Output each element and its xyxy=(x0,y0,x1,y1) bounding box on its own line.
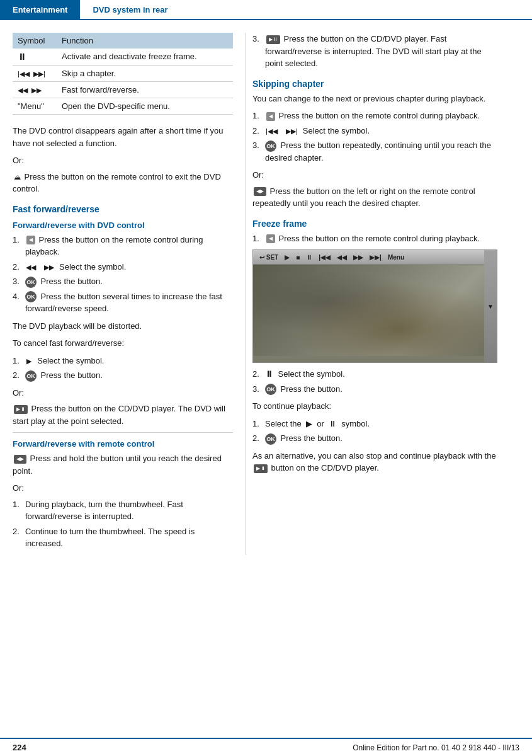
function-cell: Open the DVD‑specific menu. xyxy=(57,98,233,115)
toolbar-menu: Menu xyxy=(387,254,405,261)
skip-steps: 1. ◀ Press the button on the remote cont… xyxy=(252,110,497,164)
page-footer: 224 Online Edition for Part no. 01 40 2 … xyxy=(0,738,532,756)
forward-dvd-steps: 1. ◀ Press the button on the remote cont… xyxy=(13,234,233,315)
or-skip-text: Or: xyxy=(252,169,497,181)
list-item: 1. ◀ Press the button on the remote cont… xyxy=(252,232,497,245)
toolbar-skipfwd: ▶▶| xyxy=(368,254,383,261)
alternative-text: As an alternative, you can also stop and… xyxy=(252,450,497,474)
list-item: 3. OK Press the button repeatedly, conti… xyxy=(252,139,497,164)
skip-next-icon: ▶▶| xyxy=(286,126,298,137)
skip-left-icon: ◀◀ xyxy=(26,262,36,273)
dvd-screenshot: ↩ SET ▶ ■ ⏸ |◀◀ ◀◀ ▶▶ ▶▶| Menu ▼ ▼ xyxy=(252,249,497,363)
freeze-steps-1: 1. ◀ Press the button on the remote cont… xyxy=(252,232,497,245)
symbol-table: Symbol Function ⏸ Activate and deactivat… xyxy=(13,33,233,115)
function-cell: Activate and deactivate freeze frame. xyxy=(57,49,233,66)
skip-or-text: ◀▶ Press the button on the left or right… xyxy=(252,185,497,210)
symbol-cell: |◀◀ ▶▶| xyxy=(13,66,57,82)
list-item: 2. |◀◀ ▶▶| Select the symbol. xyxy=(252,125,497,137)
cancel-steps: 1. ▶ Select the symbol. 2. OK Press the … xyxy=(13,355,233,382)
mountain-icon: ⛰ xyxy=(14,172,21,183)
list-item: 3. ▶⏸ Press the button on the CD/DVD pla… xyxy=(252,33,497,70)
ok-icon: OK xyxy=(265,384,276,395)
dvd-video-area xyxy=(253,265,497,356)
ok-icon: OK xyxy=(25,370,37,382)
skip-chapter-desc: You can change to the next or previous c… xyxy=(252,93,497,105)
exit-dvd-control-text: ⛰ Press the button on the remote control… xyxy=(13,171,233,195)
skip-lr-icon: ◀▶ xyxy=(254,187,266,196)
or-text-3: Or: xyxy=(13,482,233,495)
toolbar-skipback: |◀◀ xyxy=(317,254,332,261)
dvd-distorted-text: The DVD playback will be distorted. xyxy=(13,320,233,333)
function-cell: Skip a chapter. xyxy=(57,66,233,82)
remote-ff-icon: ◀▶ xyxy=(14,455,26,464)
list-item: 4. OK Press the button several times to … xyxy=(13,290,233,315)
list-item: 1. ◀ Press the button on the remote cont… xyxy=(13,234,233,258)
header-tab-entertainment: Entertainment xyxy=(0,0,80,19)
list-item: 1. ◀ Press the button on the remote cont… xyxy=(252,110,497,122)
page-header: Entertainment DVD system in rear xyxy=(0,0,532,20)
cancel-ffr-text: To cancel fast forward/reverse: xyxy=(13,337,233,350)
ok-icon: OK xyxy=(25,291,37,302)
main-content: Symbol Function ⏸ Activate and deactivat… xyxy=(0,20,532,568)
play-symbol: ▶ xyxy=(306,419,312,428)
symbol-cell: ◀◀ ▶▶ xyxy=(13,82,57,98)
pause-symbol: ⏸ xyxy=(329,419,337,428)
remote-icon: ◀ xyxy=(266,112,275,121)
right-column: 3. ▶⏸ Press the button on the CD/DVD pla… xyxy=(246,33,510,555)
dvd-control-disappears-text: The DVD control disappears again after a… xyxy=(13,125,233,149)
table-header-symbol: Symbol xyxy=(13,33,57,49)
step3-list: 3. ▶⏸ Press the button on the CD/DVD pla… xyxy=(252,33,497,70)
or-text-1: Or: xyxy=(13,154,233,167)
list-item: 3. OK Press the button. xyxy=(13,275,233,288)
ok-icon: OK xyxy=(265,433,276,445)
skip-right-icon: ▶▶ xyxy=(44,262,54,273)
subsection-forward-remote: Forward/reverse with remote control xyxy=(13,439,233,449)
table-row: "Menu" Open the DVD‑specific menu. xyxy=(13,98,233,115)
list-item: 2. ⏸ Select the symbol. xyxy=(252,368,497,381)
play-bar-icon: ▶⏸ xyxy=(266,35,280,44)
toolbar-ffwd: ▶▶ xyxy=(352,254,365,261)
continue-steps: 1. Select the ▶ or ⏸ symbol. 2. OK Press… xyxy=(252,418,497,445)
list-item: 1. Select the ▶ or ⏸ symbol. xyxy=(252,418,497,430)
list-item: 1. ▶ Select the symbol. xyxy=(13,355,233,367)
table-header-function: Function xyxy=(57,33,233,49)
toolbar-play: ▶ xyxy=(283,254,291,261)
pause-symbol: ⏸ xyxy=(265,369,273,379)
continue-playback-text: To continue playback: xyxy=(252,400,497,413)
ok-icon: OK xyxy=(265,140,276,152)
skip-prev-icon: |◀◀ xyxy=(266,126,278,137)
header-tab-dvd: DVD system in rear xyxy=(80,0,180,19)
toolbar-set: ↩ SET xyxy=(258,254,280,261)
function-cell: Fast forward/reverse. xyxy=(57,82,233,98)
ok-icon: OK xyxy=(25,277,37,288)
freeze-steps-2: 2. ⏸ Select the symbol. 3. OK Press the … xyxy=(252,368,497,395)
symbol-cell: ⏸ xyxy=(13,49,57,66)
remote-hold-text: ◀▶ Press and hold the button until you r… xyxy=(13,452,233,477)
toolbar-pause: ⏸ xyxy=(305,254,314,261)
table-row: ⏸ Activate and deactivate freeze frame. xyxy=(13,49,233,66)
remote-icon: ◀ xyxy=(26,236,35,244)
list-item: 2. ◀◀ ▶▶ Select the symbol. xyxy=(13,261,233,273)
table-row: |◀◀ ▶▶| Skip a chapter. xyxy=(13,66,233,82)
dvd-toolbar: ↩ SET ▶ ■ ⏸ |◀◀ ◀◀ ▶▶ ▶▶| Menu ▼ xyxy=(253,250,497,265)
list-item: 2. OK Press the button. xyxy=(13,369,233,382)
dvd-side-arrow: ▼ xyxy=(484,250,497,362)
play-pause-icon: ▶⏸ xyxy=(254,464,268,473)
remote-icon: ◀ xyxy=(266,234,275,243)
table-row: ◀◀ ▶▶ Fast forward/reverse. xyxy=(13,82,233,98)
ff-bar-icon: ▶⏸ xyxy=(14,405,28,414)
section-fast-forward: Fast forward/reverse xyxy=(13,204,233,214)
list-item: 2. Continue to turn the thumbwheel. The … xyxy=(13,525,233,550)
list-item: 3. OK Press the button. xyxy=(252,383,497,396)
play-arrow-icon: ▶ xyxy=(26,356,31,367)
page-number: 224 xyxy=(13,743,26,752)
divider xyxy=(13,432,233,433)
toolbar-stop: ■ xyxy=(295,254,301,261)
toolbar-rwnd: ◀◀ xyxy=(336,254,348,261)
remote-steps: 1. During playback, turn the thumbwheel.… xyxy=(13,498,233,550)
symbol-cell: "Menu" xyxy=(13,98,57,115)
section-skipping-chapter: Skipping chapter xyxy=(252,79,497,89)
subsection-forward-dvd: Forward/reverse with DVD control xyxy=(13,220,233,230)
list-item: 2. OK Press the button. xyxy=(252,432,497,445)
cd-dvd-press-text: ▶⏸ Press the button on the CD/DVD player… xyxy=(13,403,233,427)
